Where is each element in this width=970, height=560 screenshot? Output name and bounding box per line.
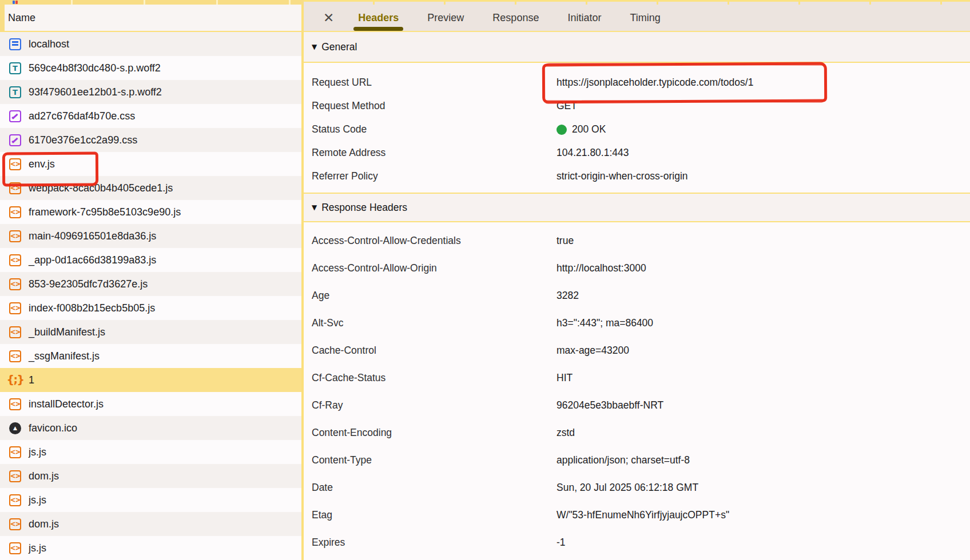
header-value: https://jsonplaceholder.typicode.com/tod… — [556, 77, 753, 89]
header-value: -1 — [556, 537, 566, 549]
header-row: Etag W/"53-hfEnumeNh6YirfjyjaujcOPPT+s" — [304, 501, 970, 529]
request-row[interactable]: <> js.js — [0, 488, 301, 512]
request-name: 1 — [29, 374, 34, 386]
header-row: Age 3282 — [304, 282, 970, 309]
header-row: Access-Control-Allow-Origin http://local… — [304, 254, 970, 282]
request-row[interactable]: <> _ssgManifest.js — [0, 344, 301, 368]
request-row[interactable]: <> js.js — [0, 440, 301, 464]
section-header[interactable]: ▼ General — [304, 32, 970, 63]
section-header[interactable]: ▼ Response Headers — [304, 193, 970, 222]
js-file-icon: <> — [9, 302, 21, 314]
header-row: Status Code 200 OK — [304, 118, 970, 141]
css-file-icon — [9, 134, 21, 146]
request-row[interactable]: <> dom.js — [0, 512, 301, 536]
request-row[interactable]: localhost — [0, 32, 301, 56]
request-row[interactable]: <> index-f008b2b15ecb5b05.js — [0, 296, 301, 320]
js-file-icon: <> — [9, 278, 21, 290]
header-key: Content-Encoding — [304, 427, 556, 439]
section-general: ▼ General Request URL https://jsonplaceh… — [304, 32, 970, 193]
devtools-network-panel: Name localhost T 569ce4b8f30dc480-s.p.wo… — [0, 0, 970, 560]
request-row[interactable]: <> framework-7c95b8e5103c9e90.js — [0, 200, 301, 224]
header-row: Request URL https://jsonplaceholder.typi… — [304, 71, 970, 94]
request-name: index-f008b2b15ecb5b05.js — [29, 302, 155, 314]
request-name: installDetector.js — [29, 398, 104, 410]
status-dot — [556, 125, 567, 135]
header-value: zstd — [556, 427, 575, 439]
favicon-file-icon: ▲ — [9, 422, 21, 434]
request-row[interactable]: <> main-4096916501e8da36.js — [0, 224, 301, 248]
section-title: Response Headers — [321, 202, 407, 214]
header-row: Cache-Control max-age=43200 — [304, 337, 970, 364]
overview-blue-marker — [13, 1, 15, 4]
header-value: GET — [556, 100, 577, 112]
request-name: ad27c676daf4b70e.css — [29, 110, 135, 122]
request-name: favicon.ico — [29, 422, 77, 434]
request-row[interactable]: {;} 1 — [0, 368, 301, 392]
header-key: Date — [304, 482, 556, 494]
tab-headers[interactable]: Headers — [358, 5, 399, 31]
request-row[interactable]: 6170e376e1cc2a99.css — [0, 128, 301, 152]
request-row[interactable]: <> 853-9e2305dfc7d3627e.js — [0, 272, 301, 296]
header-key: Access-Control-Allow-Credentials — [304, 235, 556, 247]
header-key: Cf-Cache-Status — [304, 372, 556, 384]
header-key: Expires — [304, 537, 556, 549]
details-tab-bar: ✕ Headers Preview Response Initiator Tim… — [304, 5, 970, 32]
close-icon[interactable]: ✕ — [323, 11, 334, 25]
request-row[interactable]: <> webpack-8cac0b4b405cede1.js — [0, 176, 301, 200]
request-name: dom.js — [29, 518, 59, 530]
header-row: Access-Control-Allow-Credentials true — [304, 227, 970, 254]
request-name: _app-0d1ac66d38199a83.js — [29, 254, 156, 266]
header-key: Age — [304, 290, 556, 302]
request-name: _buildManifest.js — [29, 326, 105, 338]
header-key: Cf-Ray — [304, 399, 556, 411]
request-name: dom.js — [29, 470, 59, 482]
header-key: Cache-Control — [304, 345, 556, 357]
header-key: Alt-Svc — [304, 317, 556, 329]
header-value: strict-origin-when-cross-origin — [556, 170, 688, 182]
tab-preview[interactable]: Preview — [427, 5, 464, 31]
request-name: framework-7c95b8e5103c9e90.js — [29, 206, 181, 218]
section-response: ▼ Response Headers Access-Control-Allow-… — [304, 193, 970, 556]
js-file-icon: <> — [9, 542, 21, 554]
tab-timing[interactable]: Timing — [630, 5, 660, 31]
header-rows: Request URL https://jsonplaceholder.typi… — [304, 63, 970, 193]
font-file-icon: T — [9, 86, 21, 98]
network-overview-strip[interactable] — [0, 0, 970, 5]
request-row[interactable]: <> env.js — [0, 152, 301, 176]
header-value: h3=":443"; ma=86400 — [556, 317, 653, 329]
css-file-icon — [9, 110, 21, 122]
request-row[interactable]: <> dom.js — [0, 464, 301, 488]
name-column-header[interactable]: Name — [0, 5, 301, 32]
tab-response[interactable]: Response — [492, 5, 539, 31]
section-title: General — [321, 41, 357, 53]
header-key: Referrer Policy — [304, 170, 556, 182]
request-row[interactable]: <> _buildManifest.js — [0, 320, 301, 344]
font-file-icon: T — [9, 62, 21, 74]
header-row: Expires -1 — [304, 529, 970, 556]
header-value: 104.21.80.1:443 — [556, 147, 629, 159]
collapse-triangle-icon: ▼ — [312, 43, 317, 51]
request-row[interactable]: T 569ce4b8f30dc480-s.p.woff2 — [0, 56, 301, 80]
doc-file-icon — [9, 38, 21, 50]
request-row[interactable]: T 93f479601ee12b01-s.p.woff2 — [0, 80, 301, 104]
request-row[interactable]: ▲ favicon.ico — [0, 416, 301, 440]
request-row[interactable]: <> js.js — [0, 536, 301, 560]
header-key: Status Code — [304, 123, 556, 135]
header-row: Date Sun, 20 Jul 2025 06:12:18 GMT — [304, 474, 970, 501]
headers-sections: ▼ General Request URL https://jsonplaceh… — [304, 32, 970, 556]
request-name: webpack-8cac0b4b405cede1.js — [29, 182, 173, 194]
header-value: 3282 — [556, 290, 579, 302]
header-value: W/"53-hfEnumeNh6YirfjyjaujcOPPT+s" — [556, 509, 729, 521]
header-key: Access-Control-Allow-Origin — [304, 262, 556, 274]
tab-initiator[interactable]: Initiator — [567, 5, 601, 31]
request-row[interactable]: <> installDetector.js — [0, 392, 301, 416]
header-row: Referrer Policy strict-origin-when-cross… — [304, 165, 970, 188]
request-row[interactable]: <> _app-0d1ac66d38199a83.js — [0, 248, 301, 272]
js-file-icon: <> — [9, 326, 21, 338]
header-value: HIT — [556, 372, 573, 384]
overview-strip-right — [304, 0, 970, 5]
js-file-icon: <> — [9, 494, 21, 506]
js-file-icon: <> — [9, 446, 21, 458]
request-row[interactable]: ad27c676daf4b70e.css — [0, 104, 301, 128]
request-name: 853-9e2305dfc7d3627e.js — [29, 278, 148, 290]
